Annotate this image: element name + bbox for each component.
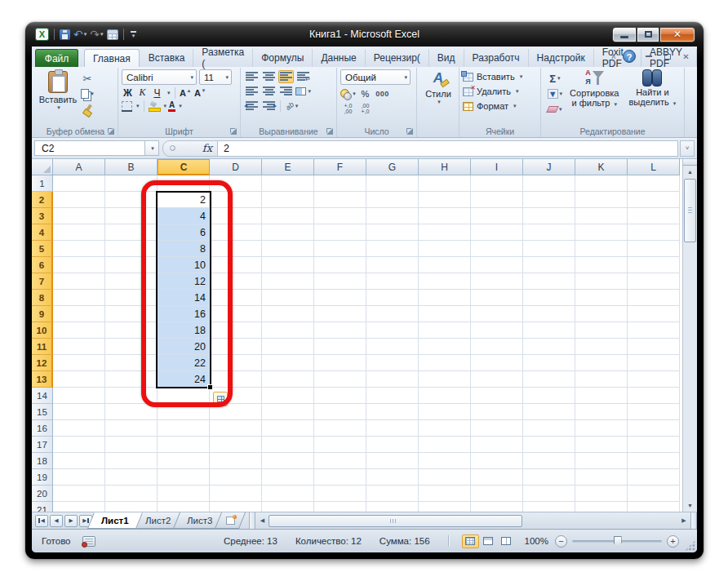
- cell-J11[interactable]: [523, 339, 575, 355]
- cell-A19[interactable]: [53, 469, 105, 486]
- row-header-3[interactable]: 3: [32, 208, 53, 224]
- vertical-scroll-thumb[interactable]: [684, 179, 696, 242]
- cell-B4[interactable]: [105, 224, 158, 241]
- cell-C7[interactable]: 12: [158, 273, 210, 290]
- cell-E5[interactable]: [262, 241, 314, 257]
- cell-I16[interactable]: [471, 420, 523, 437]
- cell-J13[interactable]: [523, 371, 575, 388]
- cell-A21[interactable]: [53, 502, 105, 512]
- cell-A16[interactable]: [53, 420, 105, 437]
- cell-A20[interactable]: [53, 486, 105, 502]
- tab-Разметка ([interactable]: Разметка (: [193, 49, 253, 67]
- cell-K7[interactable]: [575, 273, 628, 290]
- cell-D3[interactable]: [210, 208, 262, 224]
- cell-L17[interactable]: [628, 437, 680, 453]
- page-break-view-button[interactable]: [498, 534, 515, 548]
- cell-B19[interactable]: [105, 469, 158, 486]
- cell-K2[interactable]: [575, 192, 628, 208]
- cell-F14[interactable]: [314, 388, 366, 404]
- cell-C11[interactable]: 20: [158, 339, 210, 355]
- cell-A7[interactable]: [53, 273, 105, 290]
- cell-I9[interactable]: [471, 306, 523, 322]
- row-header-10[interactable]: 10: [32, 322, 53, 339]
- cell-L16[interactable]: [628, 420, 680, 437]
- cell-G2[interactable]: [366, 192, 419, 208]
- column-header-L[interactable]: L: [628, 159, 680, 175]
- cell-D4[interactable]: [210, 224, 262, 241]
- horizontal-scroll-thumb[interactable]: [269, 515, 522, 527]
- percent-style-button[interactable]: %: [357, 87, 373, 100]
- column-header-K[interactable]: K: [575, 159, 628, 175]
- cell-L9[interactable]: [628, 306, 680, 322]
- insert-sheet-button[interactable]: [215, 512, 246, 529]
- cell-I21[interactable]: [471, 502, 523, 512]
- cell-D5[interactable]: [210, 241, 262, 257]
- row-header-9[interactable]: 9: [32, 306, 53, 322]
- cell-F20[interactable]: [314, 486, 366, 502]
- cell-D7[interactable]: [210, 273, 262, 290]
- accounting-format-button[interactable]: ▾: [340, 87, 356, 100]
- cell-C4[interactable]: 6: [158, 224, 210, 241]
- cell-E21[interactable]: [262, 502, 314, 512]
- tab-Вставка[interactable]: Вставка: [140, 49, 194, 67]
- cell-I1[interactable]: [471, 175, 523, 192]
- cell-A6[interactable]: [53, 257, 105, 273]
- cell-G9[interactable]: [366, 306, 419, 322]
- cell-B18[interactable]: [105, 453, 158, 469]
- wrap-text-button[interactable]: [295, 70, 311, 83]
- row-header-21[interactable]: 21: [32, 502, 53, 512]
- number-format-combo[interactable]: Общий▾: [340, 69, 411, 85]
- cell-D11[interactable]: [210, 339, 262, 355]
- cell-J12[interactable]: [523, 355, 575, 371]
- cell-H15[interactable]: [419, 404, 471, 420]
- column-header-C[interactable]: C: [158, 159, 210, 175]
- format-cells-button[interactable]: Формат▾: [463, 99, 538, 113]
- cell-J19[interactable]: [523, 469, 575, 486]
- cell-I20[interactable]: [471, 486, 523, 502]
- cell-K15[interactable]: [575, 404, 628, 420]
- cell-A3[interactable]: [53, 208, 105, 224]
- cell-H20[interactable]: [419, 486, 471, 502]
- cell-L13[interactable]: [628, 371, 680, 388]
- cell-L14[interactable]: [628, 388, 680, 404]
- cell-I6[interactable]: [471, 257, 523, 273]
- decrease-indent-button[interactable]: [244, 100, 260, 113]
- increase-indent-button[interactable]: [261, 100, 277, 113]
- cell-L15[interactable]: [628, 404, 680, 420]
- cell-B9[interactable]: [105, 306, 158, 322]
- font-color-icon[interactable]: А: [169, 101, 175, 112]
- scroll-right-button[interactable]: ▶: [677, 512, 690, 529]
- cell-K3[interactable]: [575, 208, 628, 224]
- row-header-14[interactable]: 14: [32, 388, 53, 404]
- cell-K10[interactable]: [575, 322, 628, 339]
- cell-D10[interactable]: [210, 322, 262, 339]
- vertical-split-handle[interactable]: [683, 159, 697, 166]
- vertical-scrollbar[interactable]: ▲ ▼: [682, 159, 697, 512]
- cell-B17[interactable]: [105, 437, 158, 453]
- tab-Вид[interactable]: Вид: [429, 49, 464, 67]
- cell-C17[interactable]: [158, 437, 210, 453]
- cell-D2[interactable]: [210, 192, 262, 208]
- cell-J5[interactable]: [523, 241, 575, 257]
- cell-I7[interactable]: [471, 273, 523, 290]
- align-top-button[interactable]: [244, 70, 260, 83]
- cell-E12[interactable]: [262, 355, 314, 371]
- prev-sheet-button[interactable]: ◀: [50, 515, 63, 527]
- cell-I13[interactable]: [471, 371, 523, 388]
- page-layout-view-button[interactable]: [480, 534, 497, 548]
- row-header-16[interactable]: 16: [32, 420, 53, 437]
- column-header-I[interactable]: I: [471, 159, 523, 175]
- cell-G14[interactable]: [366, 388, 419, 404]
- cell-J2[interactable]: [523, 192, 575, 208]
- cell-D6[interactable]: [210, 257, 262, 273]
- cell-D16[interactable]: [210, 420, 262, 437]
- cell-J17[interactable]: [523, 437, 575, 453]
- cell-H8[interactable]: [419, 290, 471, 306]
- cell-I12[interactable]: [471, 355, 523, 371]
- cell-J1[interactable]: [523, 175, 575, 192]
- cell-L1[interactable]: [628, 175, 680, 192]
- cell-B8[interactable]: [105, 290, 158, 306]
- copy-button[interactable]: ▾: [79, 86, 95, 101]
- cell-G18[interactable]: [366, 453, 419, 469]
- cell-J15[interactable]: [523, 404, 575, 420]
